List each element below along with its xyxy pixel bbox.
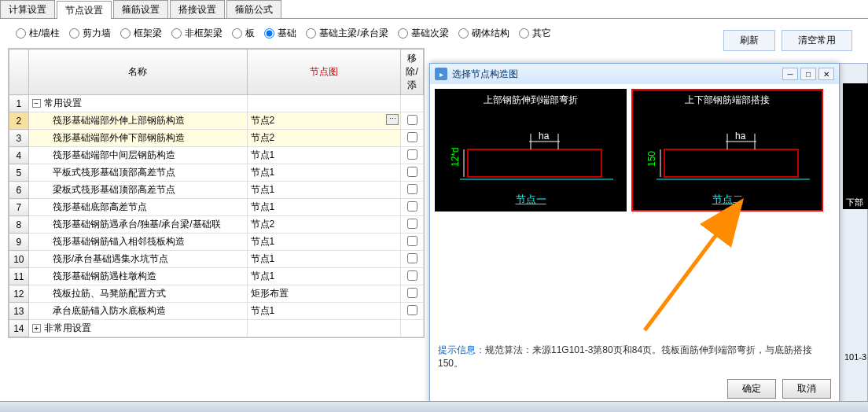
diagram-cell[interactable]: 节点1 xyxy=(247,268,401,285)
remove-checkbox[interactable] xyxy=(407,270,417,281)
name-cell[interactable]: 梁板式筏形基础顶部高差节点 xyxy=(28,182,247,199)
svg-text:ha: ha xyxy=(735,131,746,142)
remove-checkbox[interactable] xyxy=(407,305,417,315)
hint-text: 规范算法：来源11G101-3第80页和84页。筏板面筋伸到端部弯折，与底筋搭接… xyxy=(438,344,812,369)
remove-checkbox[interactable] xyxy=(407,288,417,298)
diagram-cell[interactable]: 节点1 xyxy=(247,251,401,268)
name-cell[interactable]: −常用设置 xyxy=(28,95,247,112)
collapse-icon[interactable]: − xyxy=(32,99,41,108)
remove-checkbox-cell xyxy=(401,112,424,130)
tab-2[interactable]: 箍筋设置 xyxy=(113,0,168,18)
remove-checkbox-cell xyxy=(401,199,424,216)
row-num[interactable]: 4 xyxy=(9,147,29,164)
row-num[interactable]: 8 xyxy=(9,216,29,234)
row-num[interactable]: 2 xyxy=(9,112,29,130)
radio-9[interactable]: 其它 xyxy=(519,27,551,40)
clear-button[interactable]: 清空常用 xyxy=(782,30,852,51)
radio-4[interactable]: 板 xyxy=(232,27,255,40)
row-num[interactable]: 13 xyxy=(9,303,29,320)
diagram-cell[interactable]: 节点1 xyxy=(247,147,401,164)
radio-3[interactable]: 非框架梁 xyxy=(171,27,223,40)
thumb-caption[interactable]: 节点二 xyxy=(633,191,822,208)
remove-checkbox[interactable] xyxy=(407,149,417,160)
diagram-cell[interactable]: 节点2 xyxy=(247,216,401,234)
name-cell[interactable]: 平板式筏形基础顶部高差节点 xyxy=(28,164,247,182)
name-cell[interactable]: 筏形基础钢筋锚入相邻筏板构造 xyxy=(28,234,247,251)
thumb-caption[interactable]: 节点一 xyxy=(436,191,625,208)
diagram-cell[interactable]: 节点1 xyxy=(247,182,401,199)
tab-0[interactable]: 计算设置 xyxy=(0,0,55,18)
name-cell[interactable]: 筏形基础端部外伸上部钢筋构造 xyxy=(28,112,247,130)
remove-checkbox[interactable] xyxy=(407,184,417,194)
remove-checkbox[interactable] xyxy=(407,236,417,246)
radio-0[interactable]: 柱/墙柱 xyxy=(16,27,60,40)
row-num[interactable]: 3 xyxy=(9,130,29,147)
background-strip xyxy=(843,83,868,209)
row-num[interactable]: 10 xyxy=(9,251,29,268)
remove-checkbox-cell xyxy=(401,147,424,164)
remove-checkbox-cell xyxy=(401,164,424,182)
remove-checkbox[interactable] xyxy=(407,167,417,177)
radio-6[interactable]: 基础主梁/承台梁 xyxy=(306,27,388,40)
thumb-title: 上部钢筋伸到端部弯折 xyxy=(436,90,625,110)
ellipsis-button[interactable]: ⋯ xyxy=(386,114,399,125)
row-num[interactable]: 11 xyxy=(9,268,29,285)
diagram-cell[interactable]: 节点2⋯ xyxy=(247,112,401,130)
name-cell[interactable]: 筏形基础钢筋遇柱墩构造 xyxy=(28,268,247,285)
row-num[interactable]: 6 xyxy=(9,182,29,199)
node-thumb-1[interactable]: 上部钢筋伸到端部弯折 ha 12*d 节点一 xyxy=(435,89,627,212)
row-num[interactable]: 5 xyxy=(9,164,29,182)
name-cell[interactable]: 筏形基础底部高差节点 xyxy=(28,199,247,216)
diagram-cell[interactable]: 节点2 xyxy=(247,130,401,147)
diagram-cell[interactable] xyxy=(247,95,401,112)
remove-checkbox[interactable] xyxy=(407,219,417,229)
remove-checkbox[interactable] xyxy=(407,201,417,212)
remove-checkbox[interactable] xyxy=(407,132,417,142)
thumb-title: 上下部钢筋端部搭接 xyxy=(633,90,822,110)
remove-checkbox[interactable] xyxy=(407,253,417,263)
row-num[interactable]: 7 xyxy=(9,199,29,216)
maximize-button[interactable]: □ xyxy=(800,68,816,80)
row-num[interactable]: 14 xyxy=(9,320,29,337)
ok-button[interactable]: 确定 xyxy=(727,379,776,399)
col-diagram[interactable]: 节点图 xyxy=(247,50,401,95)
row-num[interactable]: 9 xyxy=(9,234,29,251)
radio-5[interactable]: 基础 xyxy=(264,27,296,40)
name-cell[interactable]: 筏形基础钢筋遇承台/独基/承台梁/基础联 xyxy=(28,216,247,234)
col-name[interactable]: 名称 xyxy=(28,50,247,95)
diagram-cell[interactable]: 矩形布置 xyxy=(247,285,401,303)
svg-text:ha: ha xyxy=(539,131,550,142)
remove-checkbox[interactable] xyxy=(407,115,417,125)
col-remove[interactable]: 移除/添 xyxy=(401,50,424,95)
radio-1[interactable]: 剪力墙 xyxy=(69,27,111,40)
row-num[interactable]: 1 xyxy=(9,95,29,112)
name-cell[interactable]: 筏板拉筋、马凳筋配置方式 xyxy=(28,285,247,303)
hint-label: 提示信息： xyxy=(438,344,485,355)
node-thumb-2[interactable]: 上下部钢筋端部搭接 ha 150 节点二 xyxy=(631,89,823,212)
tab-1[interactable]: 节点设置 xyxy=(57,1,112,19)
svg-rect-0 xyxy=(468,149,601,177)
radio-7[interactable]: 基础次梁 xyxy=(398,27,449,40)
radio-8[interactable]: 砌体结构 xyxy=(458,27,509,40)
diagram-cell[interactable]: 节点1 xyxy=(247,164,401,182)
radio-2[interactable]: 框架梁 xyxy=(120,27,162,40)
tab-4[interactable]: 箍筋公式 xyxy=(226,0,281,18)
diagram-cell[interactable]: 节点1 xyxy=(247,199,401,216)
diagram-cell[interactable] xyxy=(247,320,401,337)
diagram-cell[interactable]: 节点1 xyxy=(247,303,401,320)
diagram-cell[interactable]: 节点1 xyxy=(247,234,401,251)
name-cell[interactable]: 筏形基础端部外伸下部钢筋构造 xyxy=(28,130,247,147)
close-button[interactable]: ✕ xyxy=(818,68,834,80)
refresh-button[interactable]: 刷新 xyxy=(723,30,775,51)
name-cell[interactable]: +非常用设置 xyxy=(28,320,247,337)
name-cell[interactable]: 筏形/承台基础遇集水坑节点 xyxy=(28,251,247,268)
expand-icon[interactable]: + xyxy=(32,324,41,333)
tab-3[interactable]: 搭接设置 xyxy=(170,0,225,18)
name-cell[interactable]: 筏形基础端部中间层钢筋构造 xyxy=(28,147,247,164)
cancel-button[interactable]: 取消 xyxy=(782,379,831,399)
row-num[interactable]: 12 xyxy=(9,285,29,303)
remove-checkbox-cell xyxy=(401,251,424,268)
dialog-title: 选择节点构造图 xyxy=(452,68,780,81)
minimize-button[interactable]: ─ xyxy=(782,68,798,80)
name-cell[interactable]: 承台底筋锚入防水底板构造 xyxy=(28,303,247,320)
